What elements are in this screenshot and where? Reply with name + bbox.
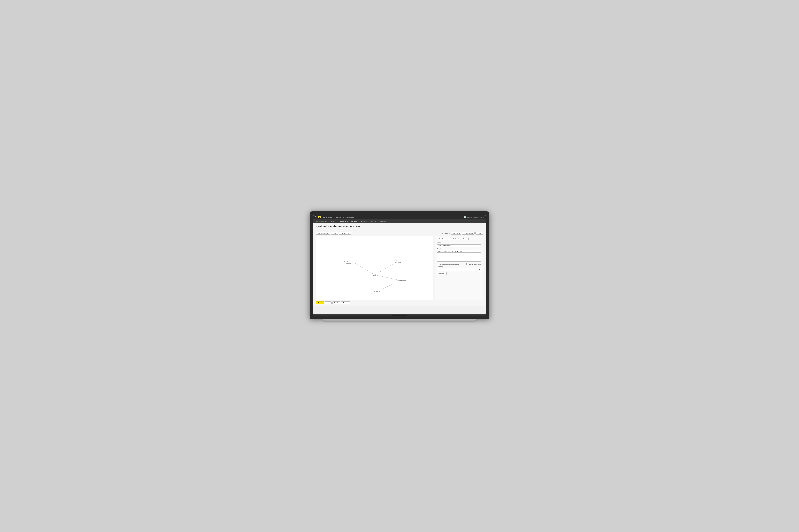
name-label: Name * [437,242,481,243]
ey-logo: EY [318,216,321,218]
tree-node-B2[interactable]: B. Tax payments [397,279,406,281]
toolbar-left: Validate structure Copy Export to XML [316,232,351,235]
rte-size-select[interactable]: Unordered size [438,250,451,252]
app-name: EY Tax Suite [323,216,332,218]
new-item-button[interactable]: New Item ▾ [437,272,447,275]
rte-content-area[interactable] [437,253,481,262]
nav-documents-label: Documents [380,220,387,222]
new-group-button[interactable]: New Group [451,232,461,235]
import-arrow-icon: ▶ [316,229,317,231]
nav-surveys[interactable]: Surveys [330,219,337,223]
nav-export[interactable]: Export [370,219,377,223]
hide-question-label[interactable]: Hide question group [467,263,481,265]
svg-line-2 [375,275,398,280]
tree-node-A-line2[interactable]: group - 1 [346,263,351,264]
back-button[interactable]: Back [325,301,332,304]
clock-icon: 🕐 [464,216,466,218]
right-panel: New Group New Endpoint Delete Name * [435,236,483,300]
rte-bold-button[interactable]: B [452,251,453,252]
rte-circle-button[interactable]: ○ [464,251,465,252]
nav-questionnaires[interactable]: Questionnaires ▾ [315,219,327,223]
new-item-arrow-icon: ▾ [444,273,445,274]
nav-surveys-label: Surveys [331,220,336,222]
laptop-notch [392,315,407,316]
nav-documents[interactable]: Documents [379,219,388,223]
divider [316,228,483,228]
activate-doc-checkbox[interactable] [437,263,438,265]
nav-questionnaire-templates[interactable]: Questionnaire Templates [339,219,358,223]
nav-area-lists-label: Area Lists [361,220,367,222]
panel-button-row: New Group New Endpoint Delete [437,238,481,240]
panel-new-endpoint-button[interactable]: New Endpoint [448,238,460,240]
delete-toolbar-button[interactable]: Delete [475,232,483,235]
rte-toolbar: Unordered size B I U S ≡ ≡ [437,250,481,253]
svg-line-1 [375,263,394,275]
activate-doc-label[interactable]: Activate document management [437,263,459,265]
module-name: Questionnaire Management [335,216,355,218]
tree-node-root[interactable]: Root [373,275,376,277]
top-bar-left: ☰ EY EY Tax Suite | Questionnaire Manage… [315,216,355,218]
page-title: Questionnaire Template Income Tax Return… [316,225,360,227]
rte-italic-button[interactable]: I [454,251,455,252]
list-view-label: List view [444,233,450,234]
sub-nav: Questionnaires ▾ Surveys Questionnaire T… [313,219,486,223]
save-button[interactable]: Save [316,301,324,304]
rte-strikethrough-button[interactable]: S [457,251,458,252]
session-info: 🕐 Session Timeout : 238:50 [464,216,484,218]
tree-area: Root New Question group - 1 A. Tax retur… [316,236,434,300]
nav-area-lists[interactable]: Area Lists [360,219,368,223]
approve-button[interactable]: Approve [341,301,350,304]
list-view-checkbox[interactable] [442,233,444,234]
session-label: Session Timeout : [467,216,479,218]
copy-button[interactable]: Copy [331,232,338,235]
toolbar-row: Validate structure Copy Export to XML Li… [316,232,483,235]
bottom-buttons: Save Back Delete Approve [316,301,483,304]
questionnaires-dropdown-arrow: ▾ [326,221,327,222]
name-input[interactable] [437,244,481,247]
nav-questionnaire-templates-label: Questionnaire Templates [340,220,357,222]
tree-node-B-line2[interactable]: Information [395,262,401,263]
top-bar-separator: | [333,216,334,218]
rte-separator-2 [459,250,459,252]
laptop-base [313,315,486,317]
validate-structure-button[interactable]: Validate structure [316,232,330,235]
page-header: Questionnaire Template Income Tax Return… [316,225,483,227]
svg-line-0 [355,263,375,275]
tree-node-C[interactable]: C. Upload area [374,291,382,292]
panel-new-group-button[interactable]: New Group [437,238,448,240]
rte-ordered-list-button[interactable]: ≡ [461,251,462,252]
tree-svg: Root New Question group - 1 A. Tax retur… [316,236,433,300]
new-endpoint-button[interactable]: New Endpoint [462,232,475,235]
rte-list-button[interactable]: ≡ [460,251,461,252]
nav-questionnaires-label: Questionnaires [315,220,326,222]
delete-button[interactable]: Delete [332,301,340,304]
toolbar-right: List view New Group New Endpoint Delete [442,232,483,235]
content-area: Questionnaire Template Income Tax Return… [313,223,486,306]
successor-section: Successor [437,266,481,271]
description-label: Description [437,248,481,250]
checkbox-row: Activate document management Hide questi… [437,263,481,265]
export-to-xml-button[interactable]: Export to XML [339,232,351,235]
panel-delete-button[interactable]: Delete [461,238,469,240]
main-layout: Root New Question group - 1 A. Tax retur… [316,236,483,300]
name-section: Name * [437,242,481,247]
rte-underline-button[interactable]: U [455,251,456,252]
session-time: 238:50 [479,216,484,218]
svg-line-3 [380,281,398,290]
successor-select[interactable] [437,268,481,271]
tree-node-B-line1[interactable]: A. Tax return [394,260,401,261]
description-section: Description Unordered size B I U S [437,248,481,262]
nav-export-label: Export [371,220,376,222]
import-row: ▶ Import [316,229,483,231]
top-bar: ☰ EY EY Tax Suite | Questionnaire Manage… [313,215,486,219]
list-view-check: List view [442,233,450,234]
hamburger-icon[interactable]: ☰ [315,216,316,218]
import-label[interactable]: Import [318,229,322,231]
hide-question-checkbox[interactable] [467,263,468,265]
laptop-stand-base [323,319,476,321]
tree-node-A-line1[interactable]: New Question [344,261,352,262]
successor-label: Successor [437,266,481,267]
